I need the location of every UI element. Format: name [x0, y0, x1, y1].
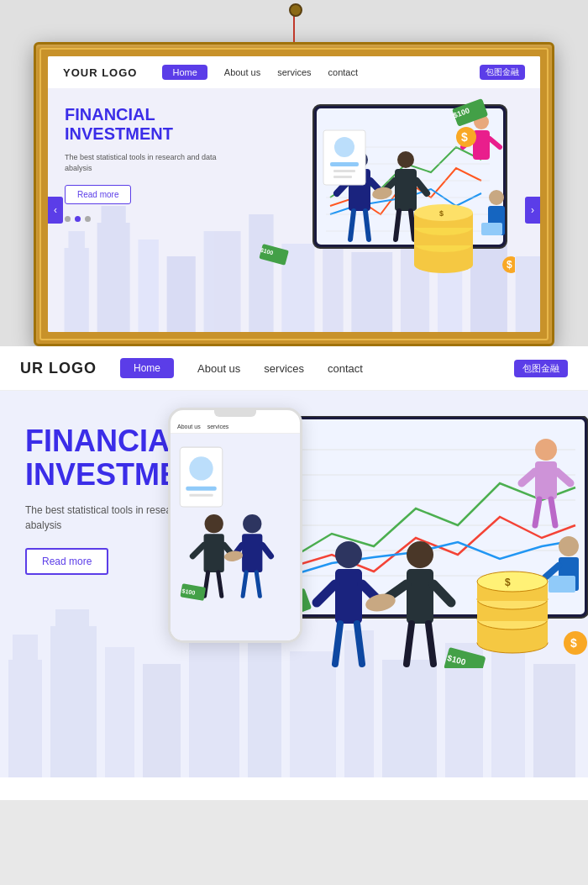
svg-text:$: $: [505, 577, 511, 588]
svg-point-118: [535, 439, 557, 461]
svg-line-92: [243, 572, 246, 596]
frame-hero: ‹ ›: [48, 88, 540, 332]
svg-text:$: $: [439, 209, 444, 218]
svg-line-34: [411, 211, 414, 240]
svg-rect-68: [105, 647, 134, 777]
svg-text:$: $: [570, 636, 577, 650]
svg-rect-126: [549, 576, 575, 593]
svg-rect-70: [189, 635, 239, 777]
svg-rect-119: [535, 461, 557, 499]
dot-3[interactable]: [85, 216, 91, 222]
bottom-section: UR LOGO Home About us services contact 包…: [0, 346, 588, 800]
bottom-nav-home-button[interactable]: Home: [120, 358, 174, 378]
hanger: [293, 8, 295, 42]
frame-hero-subtitle: The best statistical tools in research a…: [65, 152, 233, 173]
svg-rect-72: [290, 651, 336, 777]
svg-rect-69: [143, 664, 181, 777]
frame-hero-title: FINANCIAL INVESTMENT: [65, 105, 233, 144]
svg-rect-112: [407, 569, 433, 624]
svg-text:$: $: [507, 259, 512, 271]
svg-rect-81: [189, 494, 213, 497]
svg-point-82: [205, 514, 223, 533]
nav-contact-link[interactable]: contact: [328, 67, 358, 77]
svg-point-124: [559, 536, 579, 556]
bottom-nav-badge: 包图金融: [514, 360, 568, 377]
svg-point-111: [407, 541, 433, 568]
svg-rect-66: [50, 626, 97, 777]
svg-rect-14: [516, 256, 540, 332]
phone-mockup: About us services: [168, 408, 302, 643]
phone-illustration: $100: [176, 439, 295, 626]
svg-rect-65: [13, 635, 38, 664]
frame-container: YOUR LOGO Home About us services contact…: [0, 0, 588, 346]
svg-rect-0: [65, 248, 89, 332]
nav-badge: 包图金融: [480, 65, 525, 80]
nav-bar: YOUR LOGO Home About us services contact…: [48, 56, 540, 88]
logo: YOUR LOGO: [63, 66, 137, 79]
svg-line-115: [407, 624, 412, 664]
svg-point-40: [489, 190, 504, 205]
svg-line-87: [218, 572, 222, 596]
svg-rect-4: [138, 240, 158, 332]
bottom-hero: FINANCIAL INVESTMENT The best statistica…: [0, 391, 588, 777]
svg-line-109: [335, 624, 340, 664]
bottom-nav-about-link[interactable]: About us: [197, 362, 240, 375]
svg-rect-74: [382, 660, 437, 777]
frame-read-more-button[interactable]: Read more: [65, 185, 131, 204]
svg-rect-67: [55, 609, 89, 630]
svg-line-93: [256, 572, 260, 596]
svg-rect-106: [335, 569, 362, 624]
svg-line-122: [535, 499, 539, 525]
bottom-nav-services-link[interactable]: services: [264, 362, 304, 375]
svg-text:$: $: [461, 130, 468, 144]
svg-rect-80: [186, 487, 216, 491]
phone-notch: [214, 410, 256, 417]
svg-rect-64: [8, 660, 42, 777]
arrow-right-button[interactable]: ›: [525, 197, 540, 224]
svg-rect-1: [68, 231, 85, 252]
dot-2[interactable]: [75, 216, 81, 222]
svg-line-110: [357, 624, 362, 664]
svg-rect-62: [333, 170, 355, 172]
svg-rect-30: [395, 169, 417, 211]
svg-point-29: [397, 151, 414, 168]
svg-line-123: [551, 499, 555, 525]
nav-about-link[interactable]: About us: [224, 67, 260, 77]
bottom-monitor-svg: $ $100 $100 $ $: [256, 416, 588, 668]
svg-line-84: [192, 545, 203, 556]
svg-point-88: [243, 514, 261, 533]
bottom-read-more-button[interactable]: Read more: [25, 548, 108, 575]
svg-line-86: [205, 572, 208, 596]
bottom-nav-contact-link[interactable]: contact: [328, 362, 363, 375]
svg-rect-2: [97, 223, 130, 332]
carousel-dots: [65, 216, 233, 222]
svg-point-60: [334, 137, 354, 157]
nav-services-link[interactable]: services: [277, 67, 311, 77]
phone-nav-services: services: [207, 424, 229, 429]
phone-content: $100: [171, 434, 300, 643]
dot-1[interactable]: [65, 216, 71, 222]
bottom-logo: UR LOGO: [20, 360, 97, 377]
svg-point-134: [477, 572, 548, 592]
svg-rect-5: [167, 256, 196, 332]
frame-illustration: $ $100 $100 $ $: [213, 97, 515, 324]
svg-line-28: [365, 211, 369, 240]
svg-point-79: [189, 456, 213, 480]
wooden-frame: YOUR LOGO Home About us services contact…: [34, 42, 554, 346]
inner-white: YOUR LOGO Home About us services contact…: [48, 56, 540, 332]
nav-home-button[interactable]: Home: [162, 65, 207, 80]
svg-rect-42: [481, 223, 502, 235]
frame-illustration-svg: $ $100 $100 $ $: [213, 97, 515, 324]
frame-hero-left: FINANCIAL INVESTMENT The best statistica…: [65, 105, 233, 222]
svg-rect-89: [242, 534, 262, 572]
phone-nav-about: About us: [177, 424, 201, 429]
svg-line-33: [396, 211, 399, 240]
bottom-nav-bar: UR LOGO Home About us services contact 包…: [0, 346, 588, 391]
arrow-left-button[interactable]: ‹: [48, 197, 63, 224]
svg-point-105: [335, 541, 362, 568]
svg-rect-83: [204, 534, 224, 572]
svg-line-91: [262, 545, 270, 556]
bottom-monitor: $ $100 $100 $ $: [256, 416, 588, 668]
phone-nav: About us services: [171, 420, 300, 434]
svg-line-27: [350, 211, 354, 240]
